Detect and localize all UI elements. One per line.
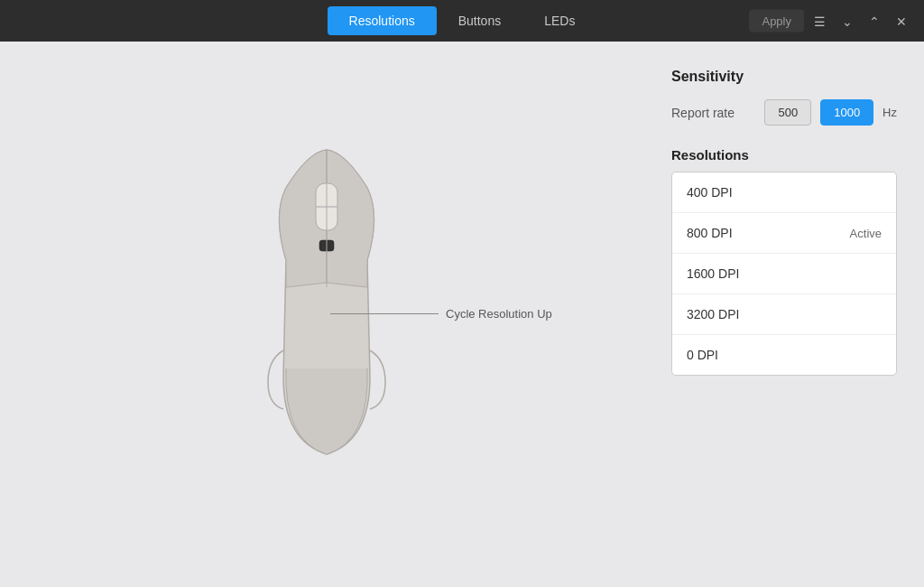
apply-button[interactable]: Apply [749,10,804,33]
main-content: Cycle Resolution Up Sensitivity Report r… [0,42,924,587]
callout-annotation: Cycle Resolution Up [330,307,552,321]
mouse-illustration-area: Cycle Resolution Up [0,42,653,587]
report-rate-row: Report rate 500 1000 Hz [671,99,897,126]
chevron-up-button[interactable]: ⌃ [863,10,886,32]
rate-500-button[interactable]: 500 [764,99,811,126]
mouse-diagram: Cycle Resolution Up [236,143,417,486]
resolution-item-0[interactable]: 0 DPI [672,335,896,375]
tab-resolutions[interactable]: Resolutions [328,6,437,35]
resolutions-title: Resolutions [671,147,897,163]
resolution-label-800: 800 DPI [687,226,733,240]
callout-line [330,313,439,314]
tab-leds[interactable]: LEDs [522,6,596,35]
menu-button[interactable]: ☰ [808,10,832,32]
window-controls: Apply ☰ ⌄ ⌃ ✕ [749,10,913,33]
resolution-label-0: 0 DPI [687,348,718,362]
resolution-label-1600: 1600 DPI [687,266,739,281]
resolution-item-800[interactable]: 800 DPI Active [672,213,896,254]
active-badge: Active [850,227,882,240]
tab-buttons[interactable]: Buttons [437,6,522,35]
close-button[interactable]: ✕ [890,10,913,32]
resolution-item-400[interactable]: 400 DPI [672,172,896,213]
right-panel: Sensitivity Report rate 500 1000 Hz Reso… [653,42,924,587]
titlebar: Resolutions Buttons LEDs Apply ☰ ⌄ ⌃ ✕ [0,0,924,42]
chevron-down-button[interactable]: ⌄ [836,10,859,32]
hz-label: Hz [882,106,897,119]
resolution-label-400: 400 DPI [687,185,733,200]
report-rate-label: Report rate [671,106,755,120]
resolutions-list: 400 DPI 800 DPI Active 1600 DPI 3200 DPI… [671,172,897,376]
rate-1000-button[interactable]: 1000 [820,99,873,126]
tab-group: Resolutions Buttons LEDs [328,6,597,35]
resolution-item-1600[interactable]: 1600 DPI [672,254,896,294]
resolution-item-3200[interactable]: 3200 DPI [672,294,896,335]
sensitivity-title: Sensitivity [671,69,897,85]
resolution-label-3200: 3200 DPI [687,307,739,321]
callout-label: Cycle Resolution Up [446,307,552,321]
